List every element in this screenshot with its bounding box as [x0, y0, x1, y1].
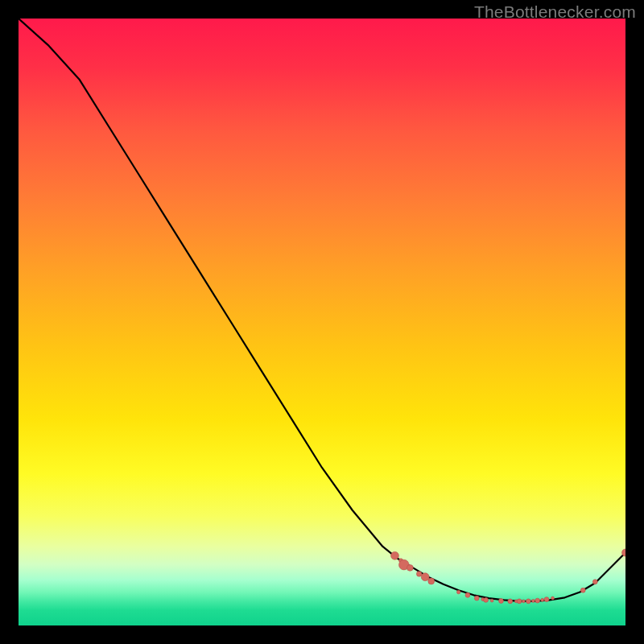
data-marker — [526, 599, 530, 604]
data-marker — [490, 599, 493, 602]
curve-group — [19, 19, 625, 601]
data-marker — [456, 590, 460, 593]
data-marker — [541, 598, 544, 601]
watermark-text: TheBottlenecker.com — [474, 2, 636, 22]
data-marker — [391, 551, 399, 559]
chart-frame: TheBottlenecker.com — [0, 0, 644, 644]
data-marker — [421, 573, 429, 581]
data-marker — [416, 572, 421, 576]
data-marker — [498, 599, 503, 604]
data-marker — [517, 599, 522, 604]
chart-svg — [19, 19, 625, 625]
data-marker — [465, 592, 470, 597]
data-marker — [580, 588, 585, 592]
bottleneck-curve — [19, 19, 625, 601]
data-marker — [544, 597, 549, 602]
plot-area — [19, 19, 625, 625]
data-marker — [407, 564, 413, 571]
data-marker — [551, 597, 555, 600]
data-marker — [531, 600, 535, 603]
data-marker — [592, 580, 597, 584]
data-marker — [522, 600, 525, 603]
data-marker — [508, 599, 513, 604]
data-marker — [474, 596, 479, 601]
data-markers — [391, 549, 625, 604]
data-marker — [535, 598, 540, 603]
data-marker — [484, 597, 489, 602]
data-marker — [428, 578, 435, 584]
